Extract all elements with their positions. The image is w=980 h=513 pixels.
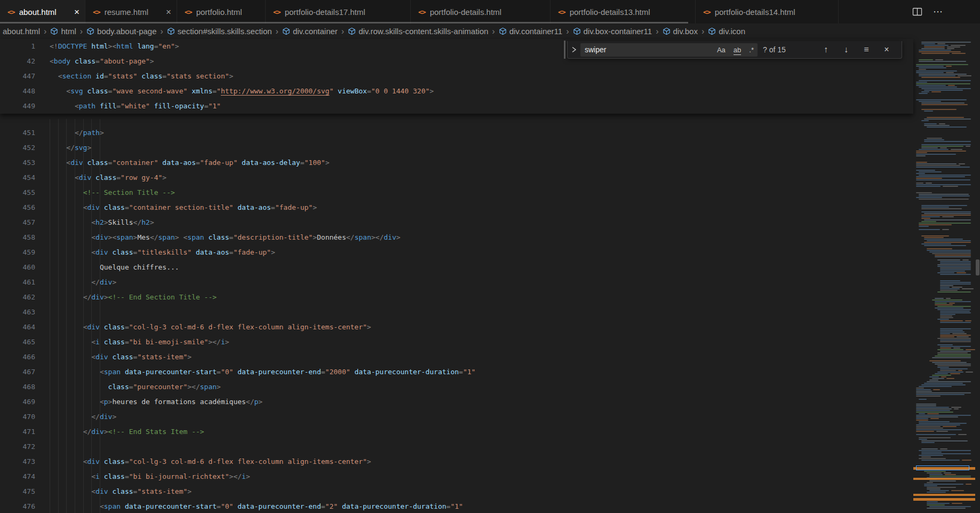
symbol-cube-icon [86, 27, 94, 35]
code-line-content[interactable]: </path> [50, 125, 104, 140]
close-tab-icon[interactable]: × [161, 7, 171, 17]
line-number[interactable]: 463 [0, 305, 35, 320]
code-line-content[interactable]: <span data-purecounter-start="0" data-pu… [50, 365, 475, 380]
breadcrumb-item-html[interactable]: html [50, 27, 76, 36]
line-number[interactable]: 458 [0, 230, 35, 245]
breadcrumb-item-div.box-container11[interactable]: div.box-container11 [573, 27, 652, 36]
code-line-content[interactable]: <svg class="wave second-wave" xmlns="htt… [50, 84, 434, 99]
next-match-icon[interactable]: ↓ [839, 43, 854, 57]
whole-word-icon[interactable]: ab [732, 45, 743, 54]
line-number[interactable]: 449 [0, 99, 35, 114]
breadcrumb-item-section#skills.skills.section[interactable]: section#skills.skills.section [167, 27, 272, 36]
breadcrumb-item-div.icon[interactable]: div.icon [708, 27, 745, 36]
code-line-content[interactable]: <section id="stats" class="stats section… [50, 69, 233, 84]
find-input[interactable]: swiper Aaab.* [580, 43, 758, 57]
code-line-content[interactable]: <i class="bi bi-journal-richtext"></i> [50, 469, 250, 484]
match-case-icon[interactable]: Aa [715, 45, 727, 54]
line-number[interactable]: 448 [0, 84, 35, 99]
code-line-content[interactable]: <h2>Skills</h2> [50, 215, 154, 230]
line-number[interactable]: 457 [0, 215, 35, 230]
line-number[interactable]: 476 [0, 499, 35, 513]
minimap[interactable] [913, 39, 975, 513]
code-line-content[interactable]: <p>heures de formations académiques</p> [50, 394, 262, 409]
line-number[interactable]: 470 [0, 409, 35, 424]
code-line-content[interactable]: <!DOCTYPE html><html lang="en"> [50, 39, 179, 54]
minimap-line [924, 45, 949, 46]
breadcrumb-item-div.box[interactable]: div.box [663, 27, 698, 36]
close-find-icon[interactable]: × [879, 43, 894, 57]
line-number[interactable]: 469 [0, 394, 35, 409]
tab-portfolio-details17.html[interactable]: <>portfolio-details17.html [266, 0, 411, 23]
tabs-overflow-scrollbar[interactable] [0, 22, 688, 23]
line-number[interactable]: 468 [0, 380, 35, 394]
code-line-content[interactable]: </div><!-- End Stats Item --> [50, 424, 204, 439]
line-number[interactable]: 473 [0, 454, 35, 469]
tab-portfolio-details14.html[interactable]: <>portfolio-details14.html [696, 0, 839, 23]
code-line-content[interactable]: <div class="container" data-aos="fade-up… [50, 155, 329, 170]
previous-match-icon[interactable]: ↑ [818, 43, 833, 57]
line-number[interactable]: 454 [0, 170, 35, 185]
line-number[interactable]: 452 [0, 140, 35, 155]
code-line-content[interactable]: <!-- Section Title --> [50, 185, 175, 200]
line-number[interactable]: 1 [0, 39, 35, 54]
line-number[interactable]: 453 [0, 155, 35, 170]
code-line-content[interactable]: <div class="titleskills" data-aos="fade-… [50, 245, 275, 260]
line-number[interactable]: 466 [0, 350, 35, 365]
split-editor-icon[interactable] [912, 7, 922, 16]
line-number[interactable]: 475 [0, 484, 35, 499]
line-number[interactable]: 461 [0, 275, 35, 290]
line-number[interactable]: 455 [0, 185, 35, 200]
line-number[interactable]: 460 [0, 260, 35, 275]
find-query-text[interactable]: swiper [585, 45, 711, 54]
breadcrumb-item-div.row.skills-content.skills-animation[interactable]: div.row.skills-content.skills-animation [348, 27, 488, 36]
code-line-content[interactable]: <div class="stats-item"> [50, 484, 192, 499]
code-line-content[interactable]: <div class="stats-item"> [50, 350, 192, 365]
tab-portfolio.html[interactable]: <>portfolio.html [177, 0, 266, 23]
line-number[interactable]: 447 [0, 69, 35, 84]
line-number[interactable]: 467 [0, 365, 35, 380]
line-number[interactable]: 451 [0, 125, 35, 140]
tab-about.html[interactable]: <>about.html× [0, 0, 85, 23]
breadcrumb-item-body.about-page[interactable]: body.about-page [86, 27, 156, 36]
breadcrumb-item-about.html[interactable]: about.html [3, 27, 40, 36]
line-number[interactable]: 471 [0, 424, 35, 439]
close-tab-icon[interactable]: × [69, 7, 79, 17]
code-line-content[interactable]: <span data-purecounter-start="0" data-pu… [50, 499, 463, 513]
code-line-content[interactable]: class="purecounter"></span> [50, 380, 221, 394]
vertical-scrollbar[interactable] [975, 39, 980, 513]
code-line-content[interactable]: <i class="bi bi-emoji-smile"></i> [50, 335, 229, 350]
line-number[interactable]: 474 [0, 469, 35, 484]
code-line-content[interactable]: <body class="about-page"> [50, 54, 154, 69]
toggle-replace-chevron-icon[interactable] [568, 46, 580, 53]
breadcrumb-item-div.container[interactable]: div.container [282, 27, 338, 36]
code-line-content[interactable]: <path fill="white" fill-opacity="1" [50, 99, 221, 114]
code-line-content[interactable]: <div class="container section-title" dat… [50, 200, 317, 215]
line-number[interactable]: 42 [0, 54, 35, 69]
line-number[interactable]: 472 [0, 439, 35, 454]
code-line-content[interactable]: </div> [50, 409, 116, 424]
scrollbar-thumb[interactable] [976, 259, 979, 275]
use-regex-icon[interactable]: .* [747, 45, 755, 54]
code-area[interactable]: 451 </path>452 </svg>453 <div class="con… [0, 125, 913, 513]
line-number[interactable]: 464 [0, 320, 35, 335]
code-line-content[interactable]: <div><span>Mes</span> <span class="descr… [50, 230, 401, 245]
code-line-content[interactable]: <div class="col-lg-3 col-md-6 d-flex fle… [50, 320, 371, 335]
line-number[interactable]: 465 [0, 335, 35, 350]
find-in-selection-icon[interactable]: ≡ [859, 43, 874, 57]
code-line-content[interactable]: <div class="row gy-4"> [50, 170, 166, 185]
line-number[interactable]: 459 [0, 245, 35, 260]
code-line-content[interactable]: </div><!-- End Section Title --> [50, 290, 217, 305]
code-line-content[interactable]: </div> [50, 275, 116, 290]
tab-portfolio-details13.html[interactable]: <>portfolio-details13.html [551, 0, 696, 23]
tab-resume.html[interactable]: <>resume.html× [85, 0, 177, 23]
code-line: 468 class="purecounter"></span> [0, 380, 913, 394]
line-number[interactable]: 456 [0, 200, 35, 215]
find-widget-resize-sash[interactable] [564, 41, 565, 59]
tab-portfolio-details.html[interactable]: <>portfolio-details.html [411, 0, 551, 23]
code-line-content[interactable]: </svg> [50, 140, 91, 155]
code-line-content[interactable]: Quelque chiffres... [50, 260, 179, 275]
breadcrumb-item-div.container11[interactable]: div.container11 [499, 27, 563, 36]
code-line-content[interactable]: <div class="col-lg-3 col-md-6 d-flex fle… [50, 454, 371, 469]
more-actions-icon[interactable]: ⋯ [933, 6, 943, 18]
line-number[interactable]: 462 [0, 290, 35, 305]
